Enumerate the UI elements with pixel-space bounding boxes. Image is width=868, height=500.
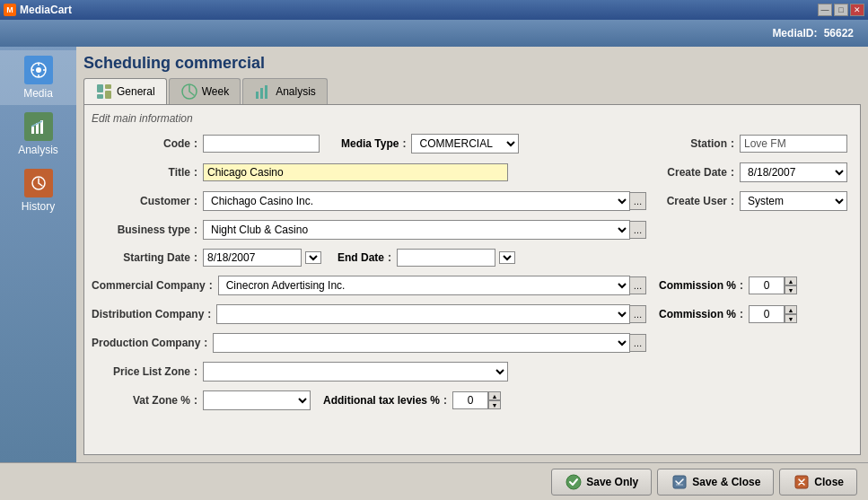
- sidebar: Media Analysis: [0, 47, 76, 462]
- svg-rect-12: [260, 88, 263, 99]
- create-user-label: Create User: [655, 195, 727, 207]
- history-icon: [24, 169, 53, 197]
- distribution-company-label: Distribution Company: [92, 308, 204, 320]
- station-label: Station: [655, 137, 727, 150]
- production-company-label: Production Company: [92, 337, 200, 349]
- additional-tax-input[interactable]: [452, 391, 488, 409]
- svg-rect-13: [265, 85, 267, 99]
- commission2-down-btn[interactable]: ▼: [785, 314, 797, 323]
- starting-date-label: Starting Date: [92, 251, 190, 264]
- distribution-company-extra-btn[interactable]: …: [630, 305, 646, 323]
- media-id-label: MediaID:: [772, 27, 817, 39]
- customer-extra-btn[interactable]: …: [630, 192, 646, 210]
- code-input[interactable]: [203, 135, 320, 153]
- additional-tax-spinner[interactable]: ▲ ▼: [452, 391, 501, 409]
- svg-rect-7: [97, 94, 103, 99]
- form-panel: Edit main information Code : Media Type …: [83, 104, 861, 455]
- commission1-spinner-btns: ▲ ▼: [785, 276, 797, 294]
- svg-rect-9: [105, 91, 111, 99]
- tab-week-icon: [180, 83, 198, 101]
- business-type-extra-btn[interactable]: …: [630, 221, 646, 239]
- tab-general[interactable]: General: [83, 78, 167, 104]
- commission1-down-btn[interactable]: ▼: [785, 285, 797, 294]
- tab-analysis[interactable]: Analysis: [242, 78, 328, 104]
- sidebar-item-media[interactable]: Media: [0, 50, 76, 105]
- tab-week-label: Week: [202, 85, 229, 98]
- save-close-label: Save & Close: [692, 476, 760, 488]
- svg-rect-6: [97, 84, 103, 92]
- end-date-label: End Date: [338, 251, 384, 264]
- commercial-company-label: Commercial Company: [92, 279, 206, 292]
- commercial-company-select[interactable]: Cinecron Advertising Inc.: [218, 276, 630, 295]
- maximize-button[interactable]: □: [834, 4, 848, 16]
- title-label: Title: [92, 166, 190, 179]
- additional-tax-up-btn[interactable]: ▲: [488, 391, 501, 400]
- svg-point-14: [566, 475, 581, 489]
- media-type-select[interactable]: COMMERCIAL SPOT PROMO JINGLE: [411, 134, 519, 154]
- business-type-select[interactable]: Night Club & Casino: [203, 220, 630, 240]
- additional-tax-label: Additional tax levies %: [323, 394, 440, 407]
- title-bar: M MediaCart — □ ✕: [0, 0, 868, 20]
- media-type-label: Media Type: [341, 137, 399, 150]
- create-date-label: Create Date: [655, 166, 727, 179]
- tab-general-icon: [95, 83, 113, 101]
- customer-label: Customer: [92, 195, 190, 207]
- title-input[interactable]: [203, 163, 508, 181]
- commission1-label: Commission %: [655, 279, 736, 292]
- sidebar-item-history[interactable]: History: [0, 163, 76, 218]
- sidebar-item-history-label: History: [22, 200, 55, 213]
- vat-zone-select[interactable]: [203, 390, 311, 410]
- close-button[interactable]: Close: [779, 469, 857, 496]
- end-date-dropdown[interactable]: [499, 251, 515, 264]
- create-user-select[interactable]: System: [740, 191, 847, 211]
- tabs: General Week Analysis: [83, 78, 861, 104]
- price-list-zone-select[interactable]: [203, 362, 508, 382]
- close-icon: [793, 473, 811, 491]
- media-icon: [24, 56, 53, 84]
- minimize-button[interactable]: —: [818, 4, 832, 16]
- svg-point-1: [36, 67, 41, 73]
- commission2-input[interactable]: [749, 305, 785, 323]
- production-company-select[interactable]: [213, 333, 630, 353]
- commission2-label: Commission %: [655, 308, 736, 320]
- commission1-up-btn[interactable]: ▲: [785, 276, 797, 285]
- tab-week[interactable]: Week: [169, 78, 241, 104]
- page-title: Scheduling commercial: [83, 54, 861, 73]
- commission1-spinner[interactable]: ▲ ▼: [749, 276, 797, 294]
- commercial-company-extra-btn[interactable]: …: [630, 276, 646, 294]
- save-only-icon: [565, 473, 583, 491]
- price-list-zone-label: Price List Zone: [92, 365, 190, 378]
- save-close-icon: [671, 473, 688, 491]
- content-area: Scheduling commercial General Week: [76, 47, 868, 462]
- create-date-select[interactable]: 8/18/2007: [740, 162, 847, 182]
- analysis-icon: [24, 112, 53, 141]
- app-title: MediaCart: [20, 4, 72, 16]
- save-only-label: Save Only: [586, 476, 638, 488]
- tab-analysis-label: Analysis: [276, 85, 316, 98]
- sidebar-item-media-label: Media: [23, 87, 53, 100]
- production-company-extra-btn[interactable]: …: [630, 334, 646, 352]
- starting-date-input[interactable]: [203, 249, 302, 267]
- distribution-company-select[interactable]: [216, 304, 630, 324]
- svg-rect-2: [31, 127, 34, 134]
- save-close-button[interactable]: Save & Close: [657, 469, 774, 496]
- station-input[interactable]: [740, 135, 847, 153]
- media-id-value: 56622: [824, 27, 854, 39]
- save-only-button[interactable]: Save Only: [551, 469, 652, 496]
- customer-select[interactable]: Chichago Casino Inc.: [203, 191, 630, 211]
- vat-zone-label: Vat Zone %: [92, 394, 190, 407]
- additional-tax-down-btn[interactable]: ▼: [488, 400, 501, 409]
- close-label: Close: [814, 476, 844, 488]
- end-date-input[interactable]: [397, 249, 495, 267]
- title-bar-left: M MediaCart: [4, 4, 72, 16]
- tab-analysis-icon: [254, 83, 272, 101]
- commission2-spinner[interactable]: ▲ ▼: [749, 305, 797, 323]
- sidebar-item-analysis[interactable]: Analysis: [0, 107, 76, 162]
- commission1-input[interactable]: [749, 276, 785, 294]
- svg-rect-8: [105, 84, 111, 89]
- tab-general-label: General: [117, 85, 155, 98]
- window-close-button[interactable]: ✕: [850, 4, 864, 16]
- starting-date-dropdown[interactable]: [305, 251, 321, 264]
- commission2-up-btn[interactable]: ▲: [785, 305, 797, 314]
- app-icon: M: [4, 4, 16, 16]
